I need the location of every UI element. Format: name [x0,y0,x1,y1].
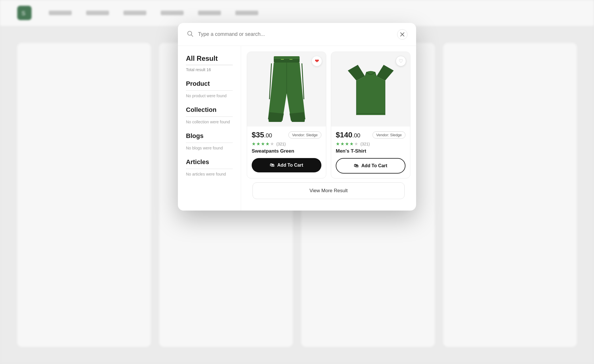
modal-body: All Result Total result 16 Product No pr… [178,46,416,211]
product-name-tshirt: Men's T-Shirt [336,148,405,154]
sidebar: All Result Total result 16 Product No pr… [178,46,241,211]
sidebar-section-blogs: Blogs No blogs were found [186,132,233,150]
blogs-empty-message: No blogs were found [186,146,233,150]
product-info-tshirt: $140.00 Vendor: Sledge ★ ★ ★ ★ [331,126,410,178]
product-empty-message: No product were found [186,94,233,98]
content-area: ❤ [241,46,416,211]
stars-sweatpants: ★ ★ ★ ★ ★ [252,141,274,147]
star-2: ★ [256,141,260,147]
stars-tshirt: ★ ★ ★ ★ ★ [336,141,358,147]
collection-section-title[interactable]: Collection [186,106,233,117]
add-to-cart-tshirt[interactable]: 🛍 Add To Cart [336,158,405,174]
add-to-cart-label-tshirt: Add To Cart [361,163,387,168]
star-1: ★ [252,141,256,147]
star-2: ★ [340,141,344,147]
tshirt-image [348,62,394,116]
view-more-button[interactable]: View More Result [253,182,405,199]
search-bar [178,23,416,46]
sidebar-section-product: Product No product were found [186,80,233,98]
articles-empty-message: No articles were found [186,172,233,176]
blogs-section-title[interactable]: Blogs [186,132,233,143]
add-to-cart-sweatpants[interactable]: 🛍 Add To Cart [252,158,321,172]
wishlist-button-tshirt[interactable]: ♡ [396,56,406,66]
product-name-sweatpants: Sweatpants Green [252,148,321,154]
product-card-sweatpants: ❤ [247,52,326,178]
all-result-title: All Result [186,54,233,65]
vendor-badge-sweatpants: Vendor: Sledge [288,131,321,139]
star-4: ★ [265,141,269,147]
cart-icon-tshirt: 🛍 [354,163,358,168]
articles-section-title[interactable]: Articles [186,158,233,169]
vendor-badge-tshirt: Vendor: Sledge [372,131,405,139]
svg-rect-11 [292,118,305,122]
product-section-title[interactable]: Product [186,80,233,91]
sidebar-section-articles: Articles No articles were found [186,158,233,176]
price-row-sweatpants: $35.00 Vendor: Sledge [252,131,321,139]
star-5: ★ [354,141,358,147]
svg-rect-6 [274,56,300,59]
sweatpants-image [268,56,305,122]
price-sweatpants: $35.00 [252,131,272,139]
star-3: ★ [345,141,349,147]
rating-row-sweatpants: ★ ★ ★ ★ ★ (321) [252,141,321,147]
view-more-section: View More Result [247,178,410,205]
rating-count-sweatpants: (321) [276,142,286,146]
sidebar-section-collection: Collection No collection were found [186,106,233,124]
star-5: ★ [270,141,274,147]
search-modal-overlay: All Result Total result 16 Product No pr… [0,0,594,364]
star-4: ★ [350,141,354,147]
cart-icon-sweatpants: 🛍 [270,163,274,168]
svg-rect-10 [269,118,282,122]
search-icon [187,30,193,39]
product-image-tshirt: ♡ [331,52,410,126]
wishlist-button-sweatpants[interactable]: ❤ [312,56,322,66]
products-grid: ❤ [247,52,410,178]
price-row-tshirt: $140.00 Vendor: Sledge [336,131,405,139]
price-tshirt: $140.00 [336,131,360,139]
search-input[interactable] [198,31,393,37]
star-1: ★ [336,141,340,147]
total-result-count: Total result 16 [186,67,233,72]
product-card-tshirt: ♡ [331,52,410,178]
search-modal: All Result Total result 16 Product No pr… [178,23,416,211]
product-info-sweatpants: $35.00 Vendor: Sledge ★ ★ ★ ★ [247,126,326,177]
product-image-sweatpants: ❤ [247,52,326,126]
collection-empty-message: No collection were found [186,120,233,124]
rating-count-tshirt: (321) [360,142,370,146]
svg-line-2 [191,35,193,36]
close-button[interactable] [397,29,407,40]
star-3: ★ [261,141,265,147]
add-to-cart-label-sweatpants: Add To Cart [277,163,303,168]
rating-row-tshirt: ★ ★ ★ ★ ★ (321) [336,141,405,147]
